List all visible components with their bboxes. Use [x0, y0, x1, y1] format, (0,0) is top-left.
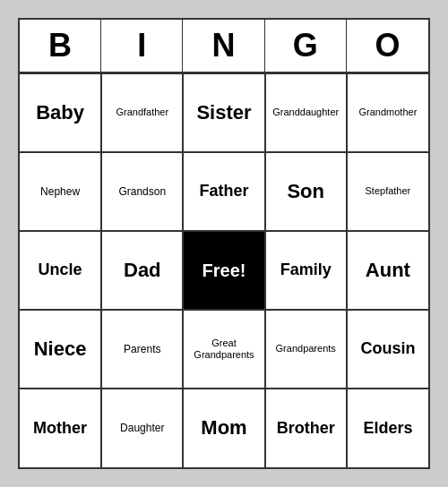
cell-text: Brother — [277, 419, 335, 439]
cell-r1-c1: Grandson — [101, 152, 183, 231]
cell-r4-c1: Daughter — [101, 389, 183, 467]
cell-text: Sister — [196, 101, 251, 124]
cell-text: Great Grandparents — [187, 337, 260, 361]
cell-r3-c0: Niece — [20, 310, 101, 389]
cell-r4-c4: Elders — [347, 389, 428, 467]
cell-text: Dad — [124, 259, 161, 282]
cell-r0-c3: Granddaughter — [265, 73, 347, 152]
header-letter: G — [265, 20, 347, 72]
cell-text: Nephew — [40, 185, 80, 198]
cell-text: Grandfather — [116, 107, 168, 118]
cell-text: Son — [287, 180, 324, 203]
cell-text: Mother — [33, 419, 87, 439]
header-letter: B — [20, 20, 101, 72]
cell-r3-c3: Grandparents — [265, 310, 347, 389]
cell-text: Father — [199, 182, 248, 201]
cell-text: Uncle — [39, 261, 82, 280]
header-letter: I — [101, 20, 183, 72]
cell-text: Cousin — [360, 339, 415, 359]
cell-text: Elders — [363, 419, 412, 439]
cell-r0-c4: Grandmother — [347, 73, 428, 152]
cell-text: Family — [280, 261, 332, 280]
cell-r2-c4: Aunt — [347, 231, 428, 310]
cell-text: Niece — [34, 337, 87, 361]
bingo-card: BINGO BabyGrandfatherSisterGranddaughter… — [18, 18, 430, 469]
cell-r1-c4: Stepfather — [347, 152, 428, 231]
cell-text: Mom — [201, 416, 246, 440]
cell-text: Daughter — [120, 422, 164, 434]
cell-r3-c4: Cousin — [347, 310, 428, 389]
cell-r4-c2: Mom — [183, 389, 264, 467]
cell-text: Aunt — [366, 259, 410, 282]
bingo-header: BINGO — [20, 20, 428, 73]
cell-r2-c0: Uncle — [20, 231, 101, 310]
cell-r2-c2: Free! — [183, 231, 264, 310]
cell-text: Granddaughter — [272, 107, 339, 118]
cell-text: Baby — [36, 101, 84, 124]
cell-r0-c1: Grandfather — [101, 73, 183, 152]
cell-text: Parents — [124, 343, 160, 355]
cell-r1-c3: Son — [265, 152, 347, 231]
cell-r0-c2: Sister — [183, 73, 264, 152]
header-letter: N — [183, 20, 264, 72]
cell-text: Grandson — [118, 185, 166, 198]
cell-text: Stepfather — [366, 185, 411, 197]
cell-r4-c3: Brother — [265, 389, 347, 467]
cell-r1-c0: Nephew — [20, 152, 101, 231]
cell-r1-c2: Father — [183, 152, 264, 231]
cell-r2-c3: Family — [265, 231, 347, 310]
cell-text: Grandparents — [276, 343, 336, 355]
header-letter: O — [347, 20, 428, 72]
cell-r4-c0: Mother — [20, 389, 101, 467]
bingo-grid: BabyGrandfatherSisterGranddaughterGrandm… — [20, 73, 428, 467]
cell-text: Grandmother — [358, 107, 417, 118]
cell-r0-c0: Baby — [20, 73, 101, 152]
cell-r3-c2: Great Grandparents — [183, 310, 264, 389]
cell-r2-c1: Dad — [101, 231, 183, 310]
cell-r3-c1: Parents — [101, 310, 183, 389]
